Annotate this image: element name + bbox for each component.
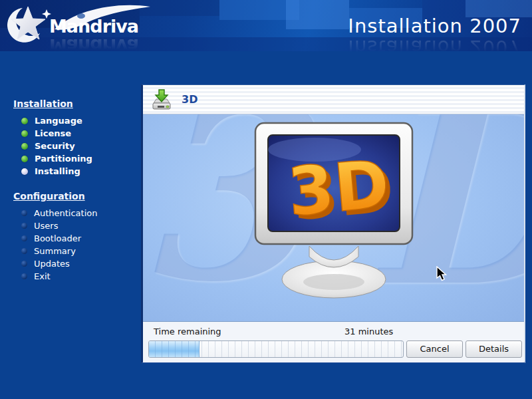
step-pending-bullet-icon <box>21 273 27 279</box>
cancel-button[interactable]: Cancel <box>406 340 463 358</box>
installer-title-reflection: Installation 2007 <box>348 36 521 51</box>
sidebar-item-installing: Installing <box>13 165 136 178</box>
screen-3d-text: 3D <box>285 145 392 231</box>
section-installation: Installation <box>13 98 136 109</box>
step-pending-bullet-icon <box>21 210 27 216</box>
step-done-bullet-icon <box>21 130 28 137</box>
step-done-bullet-icon <box>21 143 28 150</box>
mosaic-tile <box>286 0 349 29</box>
sidebar-item-license: License <box>13 127 136 140</box>
time-remaining-label: Time remaining <box>154 327 221 336</box>
step-title: 3D <box>182 93 198 106</box>
sidebar-item-summary: Summary <box>13 245 136 257</box>
steps-sidebar: Installation Language License Security P… <box>13 98 136 283</box>
mouse-cursor-arrow-icon <box>436 266 447 282</box>
installer-title: Installation 2007 <box>348 15 521 37</box>
header-banner: Mandriva Mandriva Installation 2007 Inst… <box>0 0 532 51</box>
sidebar-item-bootloader: Bootloader <box>13 232 136 245</box>
install-progressbar <box>148 340 404 358</box>
sidebar-item-authentication: Authentication <box>13 207 136 219</box>
sidebar-item-users: Users <box>13 219 136 232</box>
install-panel: 3D 3 D <box>141 84 525 363</box>
progress-footer: Time remaining 31 minutes Cancel Details <box>143 321 524 362</box>
brand-name-reflection: Mandriva <box>49 35 138 51</box>
sidebar-item-partitioning: Partitioning <box>13 152 136 165</box>
brand-name: Mandriva <box>49 16 138 37</box>
step-done-bullet-icon <box>21 156 28 162</box>
step-pending-bullet-icon <box>21 223 27 229</box>
install-illustration-area: 3 D <box>143 114 524 321</box>
details-button[interactable]: Details <box>466 340 522 358</box>
sidebar-item-security: Security <box>13 140 136 152</box>
monitor-3d-illustration: 3D 3D <box>248 120 421 303</box>
install-progressbar-fill <box>149 341 200 357</box>
sidebar-item-exit: Exit <box>13 270 136 283</box>
panel-header: 3D <box>143 85 524 114</box>
step-pending-bullet-icon <box>21 261 27 267</box>
section-configuration: Configuration <box>13 191 136 201</box>
sidebar-item-language: Language <box>13 114 136 127</box>
install-harddrive-icon <box>151 88 172 111</box>
step-pending-bullet-icon <box>21 248 27 254</box>
step-done-bullet-icon <box>21 118 28 124</box>
sidebar-item-updates: Updates <box>13 257 136 270</box>
step-current-bullet-icon <box>21 168 28 175</box>
step-pending-bullet-icon <box>21 235 27 241</box>
time-remaining-value: 31 minutes <box>344 327 393 336</box>
